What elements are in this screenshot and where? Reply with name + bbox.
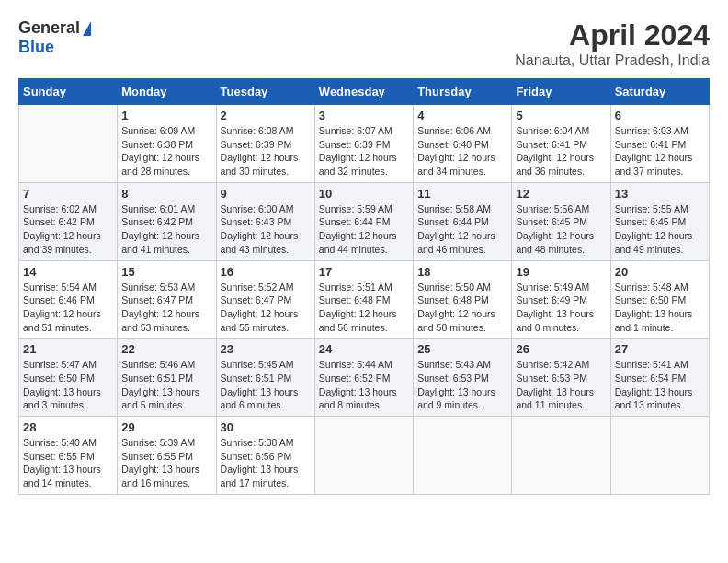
day-info: Sunrise: 6:06 AMSunset: 6:40 PMDaylight:… <box>417 124 507 178</box>
calendar-cell: 1Sunrise: 6:09 AMSunset: 6:38 PMDaylight… <box>118 105 216 183</box>
calendar-cell <box>19 105 118 183</box>
calendar-cell: 4Sunrise: 6:06 AMSunset: 6:40 PMDaylight… <box>414 105 512 183</box>
calendar-cell: 21Sunrise: 5:47 AMSunset: 6:50 PMDayligh… <box>19 339 118 417</box>
day-info: Sunrise: 5:39 AMSunset: 6:55 PMDaylight:… <box>121 436 211 490</box>
day-info: Sunrise: 6:09 AMSunset: 6:38 PMDaylight:… <box>121 124 211 178</box>
calendar-cell: 5Sunrise: 6:04 AMSunset: 6:41 PMDaylight… <box>512 105 610 183</box>
day-info: Sunrise: 6:08 AMSunset: 6:39 PMDaylight:… <box>221 124 311 178</box>
day-info: Sunrise: 5:45 AMSunset: 6:51 PMDaylight:… <box>221 358 311 412</box>
calendar-cell <box>414 417 512 495</box>
calendar-cell: 17Sunrise: 5:51 AMSunset: 6:48 PMDayligh… <box>314 260 413 339</box>
logo-blue-text: Blue <box>18 38 54 56</box>
day-info: Sunrise: 5:52 AMSunset: 6:47 PMDaylight:… <box>221 281 311 335</box>
day-info: Sunrise: 5:43 AMSunset: 6:53 PMDaylight:… <box>417 358 507 412</box>
day-number: 1 <box>121 109 211 122</box>
calendar-cell: 12Sunrise: 5:56 AMSunset: 6:45 PMDayligh… <box>512 182 610 260</box>
calendar-row: 14Sunrise: 5:54 AMSunset: 6:46 PMDayligh… <box>19 260 710 339</box>
page-title: April 2024 <box>515 18 710 52</box>
day-info: Sunrise: 6:01 AMSunset: 6:42 PMDaylight:… <box>121 202 211 257</box>
day-number: 2 <box>221 109 311 122</box>
calendar-cell: 14Sunrise: 5:54 AMSunset: 6:46 PMDayligh… <box>19 260 118 339</box>
calendar-cell: 29Sunrise: 5:39 AMSunset: 6:55 PMDayligh… <box>118 417 216 495</box>
calendar-cell: 10Sunrise: 5:59 AMSunset: 6:44 PMDayligh… <box>314 182 413 260</box>
calendar-cell: 2Sunrise: 6:08 AMSunset: 6:39 PMDaylight… <box>216 105 314 183</box>
day-number: 15 <box>121 265 211 279</box>
calendar-cell: 11Sunrise: 5:58 AMSunset: 6:44 PMDayligh… <box>414 182 512 260</box>
calendar-row: 21Sunrise: 5:47 AMSunset: 6:50 PMDayligh… <box>19 339 710 417</box>
day-info: Sunrise: 6:04 AMSunset: 6:41 PMDaylight:… <box>516 124 606 178</box>
calendar-cell: 3Sunrise: 6:07 AMSunset: 6:39 PMDaylight… <box>314 105 413 183</box>
day-info: Sunrise: 6:03 AMSunset: 6:41 PMDaylight:… <box>615 124 705 178</box>
day-info: Sunrise: 5:56 AMSunset: 6:45 PMDaylight:… <box>516 202 606 257</box>
calendar-column-header: Tuesday <box>216 79 314 105</box>
page-header: General Blue April 2024 Nanauta, Uttar P… <box>18 18 710 69</box>
day-info: Sunrise: 5:40 AMSunset: 6:55 PMDaylight:… <box>23 436 113 490</box>
day-info: Sunrise: 5:49 AMSunset: 6:49 PMDaylight:… <box>516 281 606 335</box>
calendar-cell <box>314 417 413 495</box>
day-number: 4 <box>417 109 507 122</box>
calendar-cell: 16Sunrise: 5:52 AMSunset: 6:47 PMDayligh… <box>216 260 314 339</box>
day-number: 29 <box>121 420 211 434</box>
day-number: 30 <box>221 420 311 434</box>
calendar-cell: 6Sunrise: 6:03 AMSunset: 6:41 PMDaylight… <box>610 105 709 183</box>
calendar-column-header: Thursday <box>414 79 512 105</box>
day-info: Sunrise: 5:46 AMSunset: 6:51 PMDaylight:… <box>121 358 211 412</box>
calendar-column-header: Friday <box>512 79 610 105</box>
day-info: Sunrise: 6:00 AMSunset: 6:43 PMDaylight:… <box>221 202 311 257</box>
day-number: 19 <box>516 265 606 279</box>
day-number: 24 <box>319 342 409 356</box>
calendar-column-header: Wednesday <box>314 79 413 105</box>
calendar-cell <box>512 417 610 495</box>
day-number: 11 <box>417 187 507 201</box>
calendar-cell: 15Sunrise: 5:53 AMSunset: 6:47 PMDayligh… <box>118 260 216 339</box>
day-info: Sunrise: 5:54 AMSunset: 6:46 PMDaylight:… <box>23 281 113 335</box>
day-info: Sunrise: 5:41 AMSunset: 6:54 PMDaylight:… <box>615 358 705 412</box>
title-section: April 2024 Nanauta, Uttar Pradesh, India <box>515 18 710 69</box>
day-info: Sunrise: 5:44 AMSunset: 6:52 PMDaylight:… <box>319 358 409 412</box>
calendar-cell: 24Sunrise: 5:44 AMSunset: 6:52 PMDayligh… <box>314 339 413 417</box>
day-info: Sunrise: 5:47 AMSunset: 6:50 PMDaylight:… <box>23 358 113 412</box>
day-number: 25 <box>417 342 507 356</box>
calendar-column-header: Monday <box>118 79 216 105</box>
calendar-header-row: SundayMondayTuesdayWednesdayThursdayFrid… <box>19 79 710 105</box>
day-number: 10 <box>319 187 409 201</box>
logo-general-text: General <box>18 18 80 38</box>
calendar-row: 1Sunrise: 6:09 AMSunset: 6:38 PMDaylight… <box>19 105 710 183</box>
day-info: Sunrise: 5:38 AMSunset: 6:56 PMDaylight:… <box>221 436 311 490</box>
calendar-cell: 28Sunrise: 5:40 AMSunset: 6:55 PMDayligh… <box>19 417 118 495</box>
day-number: 26 <box>516 342 606 356</box>
day-number: 16 <box>221 265 311 279</box>
day-info: Sunrise: 5:55 AMSunset: 6:45 PMDaylight:… <box>615 202 705 257</box>
day-number: 8 <box>121 187 211 201</box>
calendar-cell: 23Sunrise: 5:45 AMSunset: 6:51 PMDayligh… <box>216 339 314 417</box>
day-info: Sunrise: 6:02 AMSunset: 6:42 PMDaylight:… <box>23 202 113 257</box>
calendar-cell <box>610 417 709 495</box>
calendar-body: 1Sunrise: 6:09 AMSunset: 6:38 PMDaylight… <box>19 105 710 495</box>
calendar-cell: 27Sunrise: 5:41 AMSunset: 6:54 PMDayligh… <box>610 339 709 417</box>
logo-triangle-icon <box>83 21 91 36</box>
day-info: Sunrise: 5:59 AMSunset: 6:44 PMDaylight:… <box>319 202 409 257</box>
day-info: Sunrise: 6:07 AMSunset: 6:39 PMDaylight:… <box>319 124 409 178</box>
day-number: 7 <box>23 187 113 201</box>
calendar-cell: 9Sunrise: 6:00 AMSunset: 6:43 PMDaylight… <box>216 182 314 260</box>
day-number: 21 <box>23 342 113 356</box>
calendar-cell: 19Sunrise: 5:49 AMSunset: 6:49 PMDayligh… <box>512 260 610 339</box>
calendar-column-header: Saturday <box>610 79 709 105</box>
day-number: 22 <box>121 342 211 356</box>
day-info: Sunrise: 5:53 AMSunset: 6:47 PMDaylight:… <box>121 281 211 335</box>
day-number: 28 <box>23 420 113 434</box>
calendar-cell: 13Sunrise: 5:55 AMSunset: 6:45 PMDayligh… <box>610 182 709 260</box>
day-number: 5 <box>516 109 606 122</box>
day-number: 23 <box>221 342 311 356</box>
calendar-cell: 30Sunrise: 5:38 AMSunset: 6:56 PMDayligh… <box>216 417 314 495</box>
day-info: Sunrise: 5:58 AMSunset: 6:44 PMDaylight:… <box>417 202 507 257</box>
day-number: 12 <box>516 187 606 201</box>
day-number: 3 <box>319 109 409 122</box>
calendar-cell: 26Sunrise: 5:42 AMSunset: 6:53 PMDayligh… <box>512 339 610 417</box>
calendar-row: 7Sunrise: 6:02 AMSunset: 6:42 PMDaylight… <box>19 182 710 260</box>
day-info: Sunrise: 5:48 AMSunset: 6:50 PMDaylight:… <box>615 281 705 335</box>
logo: General Blue <box>18 18 91 57</box>
day-number: 13 <box>615 187 705 201</box>
calendar-column-header: Sunday <box>19 79 118 105</box>
calendar-row: 28Sunrise: 5:40 AMSunset: 6:55 PMDayligh… <box>19 417 710 495</box>
